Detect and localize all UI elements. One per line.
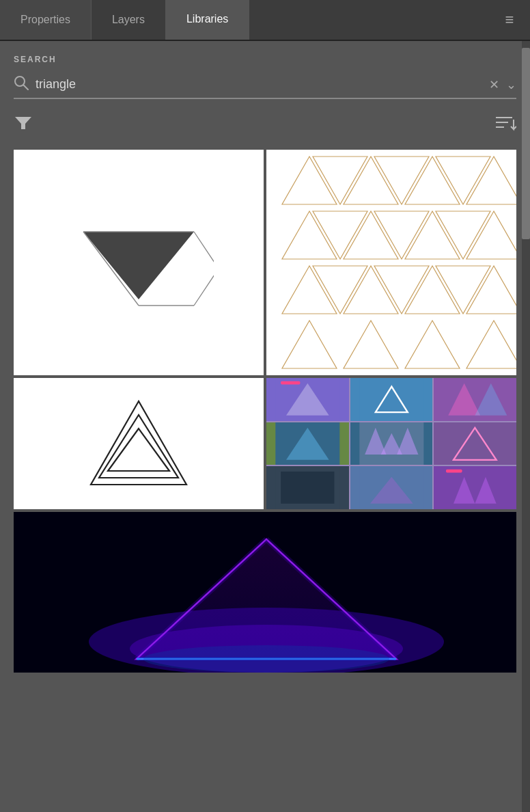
svg-marker-31 [436,266,490,314]
svg-marker-37 [99,415,178,478]
hamburger-icon: ≡ [505,11,514,29]
results-grid [14,150,516,375]
svg-marker-34 [405,321,460,368]
filter-button[interactable] [14,113,33,136]
collage-cell-5 [350,422,433,465]
svg-marker-21 [466,211,516,259]
svg-marker-18 [282,211,337,259]
svg-marker-19 [344,211,398,259]
collage-cell-9 [434,466,516,509]
collage-cell-3 [434,378,516,421]
svg-rect-41 [281,381,300,385]
svg-marker-29 [313,266,367,314]
svg-marker-12 [344,157,398,204]
bottom-results-row [14,378,516,509]
search-icon [14,75,29,94]
search-section-label: SEARCH [14,55,516,64]
svg-marker-2 [15,117,31,129]
svg-marker-32 [282,321,337,368]
search-bar: ✕ ⌄ [14,75,516,99]
svg-marker-22 [313,211,367,259]
collage-cell-2 [350,378,433,421]
result-item-2[interactable] [266,150,516,375]
collage-cell-6 [434,422,516,465]
search-clear-button[interactable]: ✕ [489,77,499,92]
collage-cell-4 [266,422,349,465]
svg-marker-17 [436,157,490,204]
svg-marker-11 [282,157,337,204]
svg-marker-14 [466,157,516,204]
svg-marker-28 [466,266,516,314]
tab-layers[interactable]: Layers [92,0,166,40]
menu-button[interactable]: ≡ [489,0,530,40]
main-content: SEARCH ✕ ⌄ [0,41,530,812]
svg-rect-56 [281,472,334,504]
tab-properties-label: Properties [20,14,70,26]
svg-marker-13 [405,157,460,204]
svg-marker-30 [374,266,429,314]
tab-spacer [249,0,489,40]
svg-marker-33 [344,321,398,368]
svg-point-73 [143,645,389,673]
svg-marker-16 [374,157,429,204]
svg-line-1 [24,85,29,90]
collage-cell-8 [350,466,433,509]
svg-marker-26 [344,266,398,314]
svg-marker-20 [405,211,460,259]
collage-cell-1 [266,378,349,421]
svg-marker-25 [282,266,337,314]
scrollbar[interactable] [522,41,530,812]
svg-marker-27 [405,266,460,314]
search-chevron-icon[interactable]: ⌄ [506,77,516,92]
search-input[interactable] [36,77,482,92]
tab-libraries-label: Libraries [186,13,228,25]
svg-marker-23 [374,211,429,259]
svg-marker-15 [313,157,367,204]
tab-bar: Properties Layers Libraries ≡ [0,0,530,41]
filter-row [14,113,516,136]
result-item-1[interactable] [14,150,264,375]
tab-properties[interactable]: Properties [0,0,92,40]
svg-rect-62 [446,470,462,473]
tab-layers-label: Layers [112,14,145,26]
sort-button[interactable] [494,113,516,136]
svg-marker-35 [466,321,516,368]
svg-marker-24 [436,211,490,259]
svg-marker-7 [83,232,194,299]
collage-cell-7 [266,466,349,509]
result-item-4[interactable] [266,378,516,509]
result-item-5[interactable] [14,512,516,673]
tab-libraries[interactable]: Libraries [166,0,249,40]
result-item-3[interactable] [14,378,264,509]
scrollbar-thumb[interactable] [522,48,530,239]
